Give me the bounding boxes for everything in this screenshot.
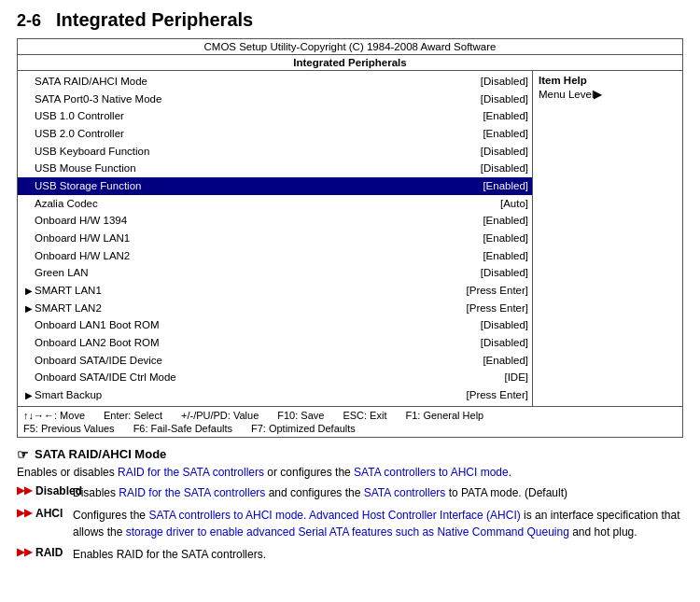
intro-blue1: RAID for the SATA controllers bbox=[118, 466, 264, 479]
footer-item: F1: General Help bbox=[405, 410, 483, 421]
menu-item-label: USB 2.0 Controller bbox=[35, 126, 479, 142]
menu-item-value: [Enabled] bbox=[483, 178, 528, 194]
desc-bullet: ▶▶ RAID bbox=[17, 546, 73, 563]
menu-item-label: Onboard SATA/IDE Ctrl Mode bbox=[35, 370, 500, 385]
bios-menu: SATA RAID/AHCI Mode [Disabled] SATA Port… bbox=[18, 71, 533, 406]
desc-item-disabled: ▶▶ Disabled Disables RAID for the SATA c… bbox=[17, 484, 683, 501]
desc-item-raid: ▶▶ RAID Enables RAID for the SATA contro… bbox=[17, 546, 683, 563]
footer-row-0: ↑↓→←: MoveEnter: Select+/-/PU/PD: ValueF… bbox=[23, 410, 677, 421]
menu-item-sata-ide-ctrl[interactable]: Onboard SATA/IDE Ctrl Mode [IDE] bbox=[18, 369, 532, 386]
desc-bullet: ▶▶ Disabled bbox=[17, 484, 73, 501]
help-menu-level-text: Menu Level▶ bbox=[539, 88, 602, 101]
menu-item-value: [Enabled] bbox=[483, 353, 528, 369]
menu-item-label: Onboard H/W LAN2 bbox=[35, 248, 479, 264]
footer-item: F5: Previous Values bbox=[23, 423, 115, 434]
cursor-icon: ☞ bbox=[17, 447, 29, 462]
desc-item-ahci: ▶▶ AHCI Configures the SATA controllers … bbox=[17, 507, 683, 540]
menu-item-label: USB Mouse Function bbox=[35, 161, 477, 176]
bios-subtitle: Integrated Peripherals bbox=[18, 55, 682, 71]
desc-content: Enables RAID for the SATA controllers. bbox=[73, 546, 683, 563]
bios-footer: ↑↓→←: MoveEnter: Select+/-/PU/PD: ValueF… bbox=[18, 407, 682, 437]
menu-item-hw-lan2[interactable]: Onboard H/W LAN2 [Enabled] bbox=[18, 247, 532, 265]
desc-bullet-label: AHCI bbox=[35, 507, 63, 520]
menu-item-value: [Disabled] bbox=[481, 335, 528, 351]
menu-item-sata-ide-dev[interactable]: Onboard SATA/IDE Device [Enabled] bbox=[18, 352, 532, 370]
footer-item: F6: Fail-Safe Defaults bbox=[133, 423, 232, 434]
bios-main: SATA RAID/AHCI Mode [Disabled] SATA Port… bbox=[18, 71, 682, 407]
menu-item-value: [Disabled] bbox=[481, 74, 528, 90]
help-menu-level: Menu Level▶ bbox=[539, 88, 677, 101]
menu-item-green-lan[interactable]: Green LAN [Disabled] bbox=[18, 264, 532, 282]
menu-item-hw-lan1[interactable]: Onboard H/W LAN1 [Enabled] bbox=[18, 230, 532, 247]
menu-item-value: [Enabled] bbox=[483, 231, 528, 246]
menu-item-usb10[interactable]: USB 1.0 Controller [Enabled] bbox=[18, 107, 532, 125]
footer-item: Enter: Select bbox=[104, 410, 162, 421]
footer-item: +/-/PU/PD: Value bbox=[181, 410, 259, 421]
menu-item-label: Smart Backup bbox=[35, 387, 463, 403]
menu-item-usb-keyboard[interactable]: USB Keyboard Function [Disabled] bbox=[18, 143, 532, 161]
menu-item-value: [Enabled] bbox=[483, 126, 528, 142]
menu-item-value: [Press Enter] bbox=[467, 387, 528, 403]
menu-item-hw1394[interactable]: Onboard H/W 1394 [Enabled] bbox=[18, 212, 532, 230]
menu-item-value: [Enabled] bbox=[483, 248, 528, 264]
desc-heading: ☞ SATA RAID/AHCI Mode bbox=[17, 447, 683, 462]
description-section: ☞ SATA RAID/AHCI Mode Enables or disable… bbox=[0, 438, 700, 578]
arrow-icon: ▶ bbox=[25, 389, 35, 403]
menu-item-label: Azalia Codec bbox=[35, 196, 497, 212]
section-number: 2-6 bbox=[17, 11, 41, 31]
dbl-arrow-icon: ▶▶ bbox=[17, 507, 32, 519]
desc-bullet: ▶▶ AHCI bbox=[17, 507, 73, 540]
footer-item: F7: Optimized Defaults bbox=[251, 423, 356, 434]
bios-title-bar: CMOS Setup Utility-Copyright (C) 1984-20… bbox=[18, 39, 682, 55]
menu-item-smart-lan1[interactable]: ▶ SMART LAN1 [Press Enter] bbox=[18, 282, 532, 300]
menu-item-value: [Disabled] bbox=[481, 91, 528, 107]
dbl-arrow-icon: ▶▶ bbox=[17, 546, 32, 558]
menu-item-label: Green LAN bbox=[35, 265, 477, 281]
help-title: Item Help bbox=[539, 75, 677, 86]
menu-item-sata-port03[interactable]: SATA Port0-3 Native Mode [Disabled] bbox=[18, 91, 532, 108]
menu-item-usb20[interactable]: USB 2.0 Controller [Enabled] bbox=[18, 125, 532, 143]
menu-item-label: USB Keyboard Function bbox=[35, 144, 477, 160]
desc-heading-text: SATA RAID/AHCI Mode bbox=[35, 447, 166, 461]
bios-help-panel: Item Help Menu Level▶ bbox=[533, 71, 682, 406]
footer-item: ↑↓→←: Move bbox=[23, 410, 85, 421]
arrow-icon: ▶ bbox=[25, 285, 35, 299]
menu-item-value: [IDE] bbox=[504, 370, 528, 385]
menu-item-label: Onboard SATA/IDE Device bbox=[35, 353, 479, 369]
menu-item-label: Onboard LAN1 Boot ROM bbox=[35, 317, 477, 333]
menu-item-label: USB Storage Function bbox=[35, 178, 479, 194]
footer-item: ESC: Exit bbox=[343, 410, 386, 421]
section-title: Integrated Peripherals bbox=[56, 9, 253, 31]
menu-item-smart-lan2[interactable]: ▶ SMART LAN2 [Press Enter] bbox=[18, 300, 532, 317]
desc-bullet-label: RAID bbox=[35, 546, 63, 559]
footer-item: F10: Save bbox=[277, 410, 324, 421]
intro-blue2: SATA controllers to AHCI mode bbox=[354, 466, 509, 479]
menu-item-sata-raid[interactable]: SATA RAID/AHCI Mode [Disabled] bbox=[18, 73, 532, 91]
menu-item-lan1-boot[interactable]: Onboard LAN1 Boot ROM [Disabled] bbox=[18, 316, 532, 334]
menu-item-smart-backup[interactable]: ▶ Smart Backup [Press Enter] bbox=[18, 386, 532, 404]
menu-item-value: [Press Enter] bbox=[467, 283, 528, 299]
menu-item-value: [Press Enter] bbox=[467, 301, 528, 316]
menu-item-label: USB 1.0 Controller bbox=[35, 108, 479, 124]
footer-row-1: F5: Previous ValuesF6: Fail-Safe Default… bbox=[23, 423, 677, 434]
menu-item-value: [Enabled] bbox=[483, 108, 528, 124]
menu-item-label: SMART LAN2 bbox=[35, 301, 463, 316]
menu-item-label: SMART LAN1 bbox=[35, 283, 463, 299]
menu-item-azalia[interactable]: Azalia Codec [Auto] bbox=[18, 195, 532, 213]
menu-item-label: SATA RAID/AHCI Mode bbox=[35, 74, 477, 90]
menu-item-label: Onboard H/W 1394 bbox=[35, 213, 479, 229]
desc-items-container: ▶▶ Disabled Disables RAID for the SATA c… bbox=[17, 484, 683, 563]
menu-item-value: [Disabled] bbox=[481, 317, 528, 333]
menu-item-label: SATA Port0-3 Native Mode bbox=[35, 91, 477, 107]
arrow-icon: ▶ bbox=[25, 302, 35, 316]
menu-item-label: Onboard LAN2 Boot ROM bbox=[35, 335, 477, 351]
menu-item-value: [Enabled] bbox=[483, 213, 528, 229]
menu-item-usb-storage[interactable]: USB Storage Function [Enabled] bbox=[18, 177, 532, 195]
menu-item-usb-mouse[interactable]: USB Mouse Function [Disabled] bbox=[18, 160, 532, 177]
page-header: 2-6 Integrated Peripherals bbox=[0, 0, 700, 38]
menu-item-lan2-boot[interactable]: Onboard LAN2 Boot ROM [Disabled] bbox=[18, 334, 532, 352]
menu-item-label: Onboard H/W LAN1 bbox=[35, 231, 479, 246]
desc-intro: Enables or disables RAID for the SATA co… bbox=[17, 466, 683, 479]
menu-item-value: [Disabled] bbox=[481, 144, 528, 160]
menu-item-value: [Disabled] bbox=[481, 161, 528, 176]
